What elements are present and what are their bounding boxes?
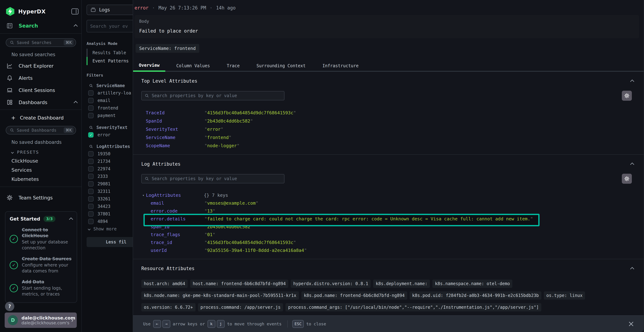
resource-attribute-chip[interactable]: k8s.namespace.name: otel-demo — [432, 280, 512, 288]
attribute-value[interactable]: error — [204, 127, 223, 132]
attribute-row[interactable]: SpanId 2b43d0c4dd6bc582 — [141, 117, 644, 125]
attribute-key[interactable]: email — [150, 200, 204, 206]
collapse-section-icon[interactable] — [630, 267, 634, 271]
attribute-key[interactable]: SpanId — [146, 118, 204, 124]
resource-attribute-chip[interactable]: k8s.pod.name: frontend-6b6c8d7bfd-ng894 — [302, 292, 407, 300]
checkbox[interactable] — [88, 113, 94, 118]
attribute-key[interactable]: ScopeName — [146, 143, 204, 148]
arrow-right-key[interactable]: → — [162, 320, 170, 328]
chevron-up-icon[interactable] — [74, 24, 78, 28]
section-settings-button[interactable] — [622, 174, 632, 184]
log-attributes-tree-root[interactable]: ▾ LogAttributes {} 7 keys — [141, 191, 644, 199]
create-dashboard-button[interactable]: + Create Dashboard — [11, 114, 77, 121]
sidebar-item-search[interactable]: Search — [6, 22, 77, 30]
detail-tab[interactable]: Infrastructure — [317, 60, 364, 72]
attribute-value[interactable]: 4156d3fbc40a64854d9dc7f68641593c — [204, 240, 296, 245]
checkbox[interactable] — [88, 166, 94, 172]
sidebar-collapse-icon[interactable] — [72, 8, 78, 14]
property-search-box[interactable] — [141, 91, 284, 100]
attribute-value[interactable]: failed to charge card: could not charge … — [204, 216, 533, 222]
filter-option[interactable]: error — [88, 131, 133, 139]
event-search-input[interactable] — [90, 24, 133, 29]
saved-dashboards-input[interactable]: ⌘K — [6, 126, 76, 134]
chevron-up-icon[interactable] — [74, 101, 78, 105]
property-search-box[interactable] — [141, 174, 284, 183]
detail-tab[interactable]: Trace — [221, 60, 245, 72]
get-started-item[interactable]: ✓ Create Data Sources Configure where yo… — [10, 256, 72, 274]
property-search-input[interactable] — [152, 93, 281, 98]
attribute-key[interactable]: TraceId — [146, 110, 204, 116]
checkbox[interactable] — [88, 219, 94, 224]
resource-attribute-chip[interactable]: k8s.deployment.name: — [373, 280, 430, 288]
collapse-section-icon[interactable] — [630, 80, 634, 84]
checkbox[interactable] — [88, 181, 94, 186]
sidebar-item-team-settings[interactable]: Team Settings — [6, 194, 77, 201]
attribute-value[interactable]: node-logger — [204, 143, 240, 148]
attribute-value[interactable]: vmoses@example.com — [204, 200, 258, 206]
checkbox[interactable] — [88, 132, 94, 138]
filter-group-header[interactable]: LogAttributes — [89, 143, 133, 150]
resource-attribute-chip[interactable]: os.version: 6.6.72+ — [141, 303, 196, 312]
saved-searches-field[interactable] — [17, 40, 64, 45]
resource-attribute-chip[interactable]: hyperdx.distro.version: 0.8.1 — [291, 280, 371, 288]
get-started-item[interactable]: ✓ Connect to ClickHouse Set up your data… — [10, 227, 72, 251]
analysis-mode-option[interactable]: Event Patterns — [86, 57, 133, 65]
checkbox[interactable] — [88, 98, 94, 103]
attribute-row[interactable]: email vmoses@example.com — [141, 199, 644, 207]
attribute-value[interactable]: 4156d3fbc40a64854d9dc7f68641593c — [204, 110, 296, 116]
checkbox[interactable] — [88, 105, 94, 111]
checkbox[interactable] — [88, 189, 94, 194]
chevron-up-icon[interactable] — [69, 218, 73, 222]
attribute-row[interactable]: trace_id 4156d3fbc40a64854d9dc7f68641593… — [141, 238, 644, 246]
sidebar-item-dashboards[interactable]: Dashboards — [6, 99, 77, 106]
k-key[interactable]: k — [208, 320, 216, 328]
resource-attribute-chip[interactable]: k8s.pod.uid: f284fb2d-a0b3-4634-991b-e2c… — [410, 292, 541, 300]
saved-searches-input[interactable]: ⌘K — [6, 38, 76, 47]
resource-attribute-chip[interactable]: host.arch: amd64 — [141, 280, 188, 288]
attribute-value[interactable]: 92a55156-39a4-11f0-8ddd-a2eca416a8a4 — [204, 248, 307, 253]
tree-root-name[interactable]: LogAttributes — [146, 193, 181, 198]
service-name-tag[interactable]: ServiceName: frontend — [136, 44, 199, 53]
attribute-value[interactable]: 13 — [204, 208, 215, 214]
filter-group-header[interactable]: ServiceName — [89, 82, 133, 89]
section-settings-button[interactable] — [622, 91, 632, 101]
checkbox[interactable] — [88, 151, 94, 156]
resource-attribute-chip[interactable]: k8s.node.name: gke-pme-k8s-standard-main… — [141, 292, 299, 300]
resource-attribute-chip[interactable]: process.command: /app/server.js — [198, 303, 283, 312]
tree-caret-icon[interactable]: ▾ — [142, 193, 146, 197]
attribute-key[interactable]: error.code — [150, 208, 204, 214]
attribute-key[interactable]: ServiceName — [146, 135, 204, 140]
attribute-key[interactable]: trace_flags — [150, 232, 204, 237]
preset-dashboard-link[interactable]: Services — [12, 167, 82, 173]
attribute-row[interactable]: ScopeName node-logger — [141, 142, 644, 150]
attribute-value[interactable]: 2b43d0c4dd6bc582 — [204, 118, 253, 124]
checkbox[interactable] — [88, 196, 94, 202]
checkbox[interactable] — [88, 174, 94, 179]
attribute-row[interactable]: ServiceName frontend — [141, 133, 644, 142]
filter-option[interactable]: artillery-loa — [88, 89, 133, 97]
preset-dashboard-link[interactable]: Kubernetes — [12, 176, 82, 182]
analysis-mode-option[interactable]: Results Table — [86, 49, 133, 57]
filter-option[interactable]: 34423 — [88, 203, 133, 210]
filter-option[interactable]: frontend — [88, 104, 133, 112]
saved-dashboards-field[interactable] — [17, 128, 64, 132]
attribute-key[interactable]: error.details — [150, 216, 204, 222]
user-menu[interactable]: D dale@clickhouse.com dale@clickhouse.co… — [5, 312, 77, 328]
checkbox[interactable] — [88, 204, 94, 209]
attribute-row[interactable]: SeverityText error — [141, 125, 644, 133]
source-select-button[interactable]: Logs — [86, 5, 133, 15]
filter-option[interactable]: 29081 — [88, 180, 133, 188]
filter-option[interactable]: payment — [88, 112, 133, 119]
presets-toggle[interactable]: PRESETS — [12, 150, 82, 154]
attribute-value[interactable]: 01 — [204, 232, 215, 237]
checkbox[interactable] — [88, 90, 94, 96]
esc-key[interactable]: ESC — [292, 320, 304, 328]
filter-option[interactable]: 37801 — [88, 210, 133, 218]
attribute-row[interactable]: error.details failed to charge card: cou… — [141, 215, 644, 223]
resource-attribute-chip[interactable]: os.type: linux — [544, 292, 585, 300]
checkbox[interactable] — [88, 159, 94, 164]
get-started-header[interactable]: Get Started 3/3 — [10, 216, 72, 222]
sidebar-item-client-sessions[interactable]: Client Sessions — [6, 86, 77, 94]
filter-option[interactable]: 19350 — [88, 150, 133, 158]
resource-attribute-chip[interactable]: host.name: frontend-6b6c8d7bfd-ng894 — [190, 280, 288, 288]
